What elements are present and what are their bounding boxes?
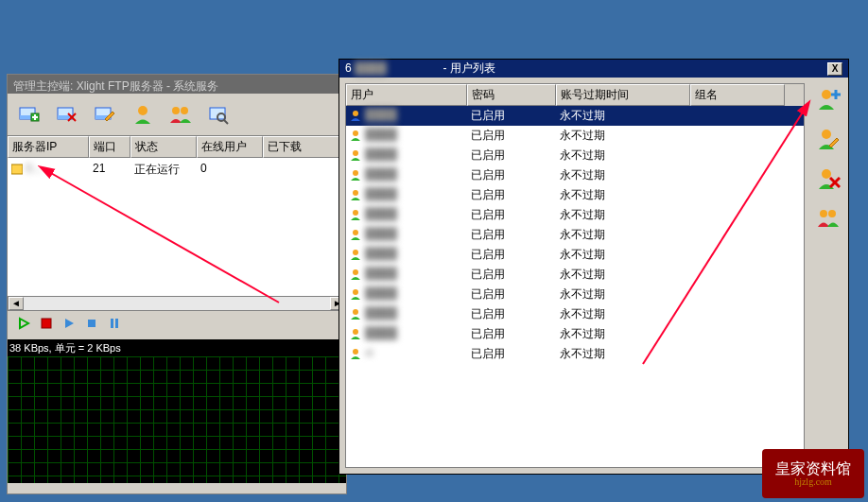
server-row[interactable]: 0... 21 正在运行 0: [8, 158, 346, 182]
h-scrollbar[interactable]: ◄ ►: [8, 296, 346, 311]
svg-point-26: [353, 130, 358, 136]
user-row[interactable]: ████已启用永不过期: [346, 106, 804, 126]
scroll-left-icon[interactable]: ◄: [9, 297, 24, 310]
user-row[interactable]: ████已启用永不过期: [346, 324, 804, 344]
search-icon[interactable]: [206, 103, 231, 126]
svg-marker-43: [829, 138, 839, 147]
playback-controls: [8, 311, 346, 336]
edit-server-icon[interactable]: [93, 103, 117, 126]
stop-icon[interactable]: [40, 317, 53, 330]
svg-point-30: [353, 210, 358, 216]
user-row[interactable]: ████已启用永不过期: [346, 205, 804, 225]
svg-point-42: [822, 130, 831, 139]
col-password[interactable]: 密码: [467, 84, 556, 106]
user-sidebar: [808, 78, 848, 474]
user-table: 用户 密码 账号过期时间 组名 ████已启用永不过期████已启用永不过期██…: [345, 83, 805, 468]
server-downloaded: [263, 160, 346, 180]
play-icon[interactable]: [62, 317, 76, 330]
add-user-icon[interactable]: [816, 87, 841, 112]
user-row[interactable]: ████已启用永不过期: [346, 245, 804, 265]
svg-point-28: [353, 170, 358, 176]
svg-point-38: [822, 90, 831, 99]
user-groups-icon[interactable]: [816, 206, 841, 231]
svg-rect-18: [11, 164, 23, 174]
user-row[interactable]: ████已启用永不过期: [346, 165, 804, 185]
server-ip-masked: 0...: [26, 162, 42, 175]
svg-point-48: [828, 210, 836, 217]
server-list-header: 服务器IP 端口 状态 在线用户 已下载: [8, 135, 346, 158]
svg-point-13: [172, 107, 180, 114]
user-row[interactable]: ████已启用永不过期: [346, 185, 804, 205]
user-title-text: 6 ████ - 用户列表: [345, 61, 495, 77]
svg-point-36: [353, 329, 358, 335]
col-port[interactable]: 端口: [89, 136, 130, 158]
watermark: 皇家资料馆 hjzlg.com: [762, 449, 864, 498]
server-port: 21: [89, 160, 130, 180]
svg-point-14: [181, 107, 188, 114]
server-online: 0: [197, 160, 263, 180]
admin-main-window: 管理主控端: Xlight FTP服务器 - 系统服务 服务器IP 端口 状态 …: [7, 74, 347, 494]
col-server-ip[interactable]: 服务器IP: [8, 136, 89, 158]
chart-label: 38 KBps, 单元 = 2 KBps: [9, 341, 121, 355]
svg-point-35: [353, 309, 358, 315]
user-row[interactable]: ████已启用永不过期: [346, 304, 804, 324]
delete-user-icon[interactable]: [816, 166, 841, 191]
start-icon[interactable]: [17, 317, 30, 330]
svg-point-32: [353, 250, 358, 255]
svg-marker-19: [20, 319, 28, 328]
svg-point-44: [822, 169, 831, 179]
svg-point-27: [353, 150, 358, 156]
svg-point-47: [820, 210, 827, 217]
server-list-body[interactable]: 0... 21 正在运行 0: [8, 158, 346, 296]
pause-icon[interactable]: [108, 317, 121, 330]
col-status[interactable]: 状态: [130, 136, 197, 158]
col-downloaded[interactable]: 已下载: [263, 136, 346, 158]
user-table-header: 用户 密码 账号过期时间 组名: [346, 84, 804, 106]
user-row[interactable]: ████已启用永不过期: [346, 146, 804, 165]
svg-rect-22: [88, 320, 95, 327]
remove-server-icon[interactable]: [55, 103, 79, 126]
watermark-url: hjzlg.com: [794, 476, 832, 487]
users-icon[interactable]: [168, 103, 193, 126]
svg-point-37: [353, 349, 358, 355]
chart-grid: [8, 356, 346, 483]
user-title-bar[interactable]: 6 ████ - 用户列表 X: [339, 60, 848, 78]
bandwidth-chart: 38 KBps, 单元 = 2 KBps: [8, 339, 346, 483]
svg-point-34: [353, 289, 358, 295]
user-list-window: 6 ████ - 用户列表 X 用户 密码 账号过期时间 组名 ████已启用永…: [339, 59, 849, 475]
main-title-bar[interactable]: 管理主控端: Xlight FTP服务器 - 系统服务: [8, 75, 346, 94]
server-status: 正在运行: [130, 160, 197, 180]
svg-rect-20: [42, 319, 51, 328]
main-toolbar: [8, 94, 346, 135]
user-row[interactable]: ████已启用永不过期: [346, 285, 804, 304]
user-row[interactable]: xi已启用永不过期: [346, 344, 804, 364]
col-expiry[interactable]: 账号过期时间: [556, 84, 690, 106]
user-row[interactable]: ████已启用永不过期: [346, 225, 804, 245]
add-server-icon[interactable]: [17, 103, 42, 126]
watermark-text: 皇家资料馆: [775, 460, 851, 477]
svg-point-29: [353, 190, 358, 196]
svg-marker-21: [65, 319, 74, 328]
col-user[interactable]: 用户: [346, 84, 467, 106]
scroll-track[interactable]: [24, 297, 330, 310]
main-title-text: 管理主控端: Xlight FTP服务器 - 系统服务: [13, 79, 218, 93]
svg-line-17: [224, 120, 228, 124]
svg-point-25: [353, 111, 358, 116]
edit-user-icon[interactable]: [816, 127, 841, 151]
col-group[interactable]: 组名: [690, 84, 785, 106]
user-row[interactable]: ████已启用永不过期: [346, 126, 804, 146]
col-online[interactable]: 在线用户: [197, 136, 263, 158]
svg-point-31: [353, 230, 358, 235]
user-icon[interactable]: [130, 103, 155, 126]
svg-rect-23: [111, 319, 113, 328]
skip-icon[interactable]: [85, 317, 98, 330]
svg-rect-24: [115, 319, 118, 328]
svg-point-12: [138, 106, 148, 115]
svg-point-33: [353, 269, 358, 275]
close-icon[interactable]: X: [827, 62, 842, 76]
user-row[interactable]: ████已启用永不过期: [346, 265, 804, 285]
